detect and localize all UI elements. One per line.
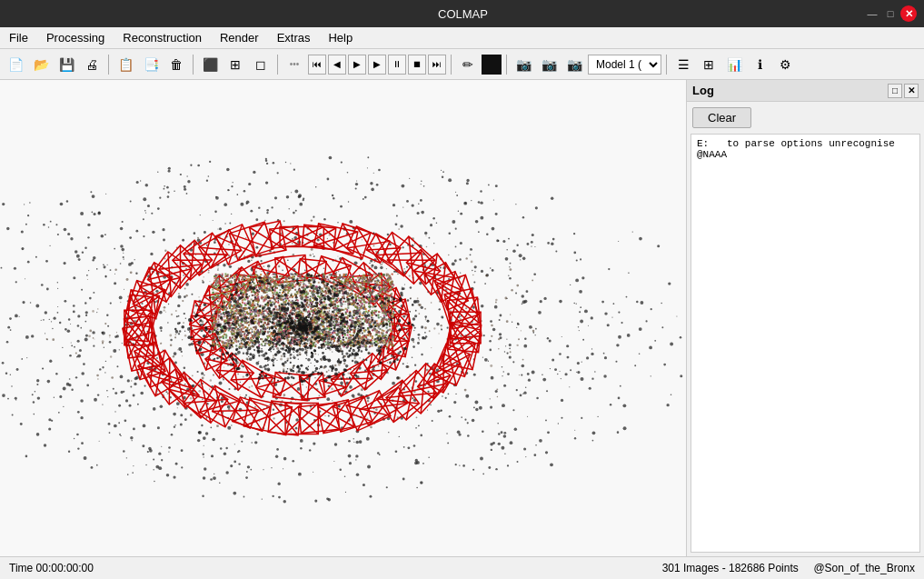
log-restore-button[interactable]: □: [888, 84, 902, 98]
toolbar-grid[interactable]: ⊞: [697, 53, 720, 76]
toolbar-delete[interactable]: 🗑: [164, 53, 188, 76]
toolbar-settings[interactable]: ⚙: [773, 53, 797, 76]
toolbar-new[interactable]: 📄: [4, 53, 27, 76]
toolbar-open[interactable]: 📂: [29, 53, 53, 76]
menu-bar: File Processing Reconstruction Render Ex…: [0, 27, 924, 49]
toolbar-next-next[interactable]: ⏭: [428, 55, 446, 75]
toolbar-view3[interactable]: ◻: [249, 53, 273, 76]
toolbar-export[interactable]: 📑: [139, 53, 163, 76]
toolbar-sep4: [451, 55, 452, 75]
status-time: Time 00:00:00:00: [9, 562, 94, 574]
title-bar: COLMAP — □ ✕: [0, 0, 924, 27]
toolbar-import[interactable]: 📋: [114, 53, 137, 76]
viewport[interactable]: [0, 80, 686, 556]
menu-render[interactable]: Render: [211, 27, 268, 48]
log-clear-row: Clear: [687, 102, 924, 134]
toolbar-pause[interactable]: ⏸: [388, 55, 406, 75]
toolbar-chart[interactable]: 📊: [722, 53, 746, 76]
log-title: Log: [692, 84, 714, 97]
toolbar-black[interactable]: [482, 55, 502, 75]
toolbar-cam2[interactable]: 📷: [537, 53, 561, 76]
toolbar-sep1: [108, 55, 109, 75]
toolbar-print[interactable]: 🖨: [80, 53, 104, 76]
log-header: Log □ ✕: [687, 80, 924, 102]
log-content[interactable]: E: to parse options unrecognise @NAAA: [691, 134, 920, 553]
toolbar-stop[interactable]: ⏹: [408, 55, 426, 75]
point-cloud-canvas: [0, 80, 686, 556]
toolbar-sep6: [666, 55, 667, 75]
menu-reconstruction[interactable]: Reconstruction: [114, 27, 211, 48]
menu-help[interactable]: Help: [319, 27, 362, 48]
status-bar: Time 00:00:00:00 301 Images - 182686 Poi…: [0, 556, 924, 579]
log-header-controls: □ ✕: [888, 84, 919, 98]
toolbar-sep5: [506, 55, 507, 75]
toolbar-view2[interactable]: ⊞: [224, 53, 247, 76]
menu-file[interactable]: File: [0, 27, 37, 48]
toolbar-next[interactable]: ▶: [368, 55, 386, 75]
toolbar-info[interactable]: ℹ: [748, 53, 771, 76]
log-close-button[interactable]: ✕: [904, 84, 919, 98]
close-button[interactable]: ✕: [900, 5, 917, 22]
log-text: E: to parse options unrecognise @NAAA: [697, 138, 895, 160]
toolbar-list[interactable]: ☰: [671, 53, 695, 76]
log-panel: Log □ ✕ Clear E: to parse options unreco…: [686, 80, 924, 556]
model-select[interactable]: Model 1 (: [588, 55, 661, 75]
main-area: Log □ ✕ Clear E: to parse options unreco…: [0, 80, 924, 556]
toolbar-sep2: [193, 55, 194, 75]
toolbar-play[interactable]: ▶: [348, 55, 366, 75]
window-controls: — □ ✕: [864, 5, 917, 22]
maximize-button[interactable]: □: [882, 5, 899, 22]
title-text: COLMAP: [62, 7, 864, 21]
toolbar-pencil[interactable]: ✏: [456, 53, 480, 76]
clear-button[interactable]: Clear: [692, 107, 751, 128]
toolbar-cam3[interactable]: 📷: [562, 53, 586, 76]
status-info: 301 Images - 182686 Points @Son_of_the_B…: [662, 562, 915, 574]
minimize-button[interactable]: —: [864, 5, 880, 22]
toolbar-save[interactable]: 💾: [55, 53, 78, 76]
toolbar-prev[interactable]: ◀: [328, 55, 346, 75]
menu-processing[interactable]: Processing: [37, 27, 114, 48]
menu-extras[interactable]: Extras: [268, 27, 320, 48]
toolbar-sep3: [277, 55, 278, 75]
toolbar-cam1[interactable]: 📷: [512, 53, 535, 76]
toolbar-prev-prev[interactable]: ⏮: [308, 55, 326, 75]
toolbar-view1[interactable]: ⬛: [198, 53, 222, 76]
toolbar-dots: •••: [283, 53, 306, 76]
toolbar: 📄 📂 💾 🖨 📋 📑 🗑 ⬛ ⊞ ◻ ••• ⏮ ◀ ▶ ▶ ⏸ ⏹ ⏭ ✏ …: [0, 49, 924, 80]
